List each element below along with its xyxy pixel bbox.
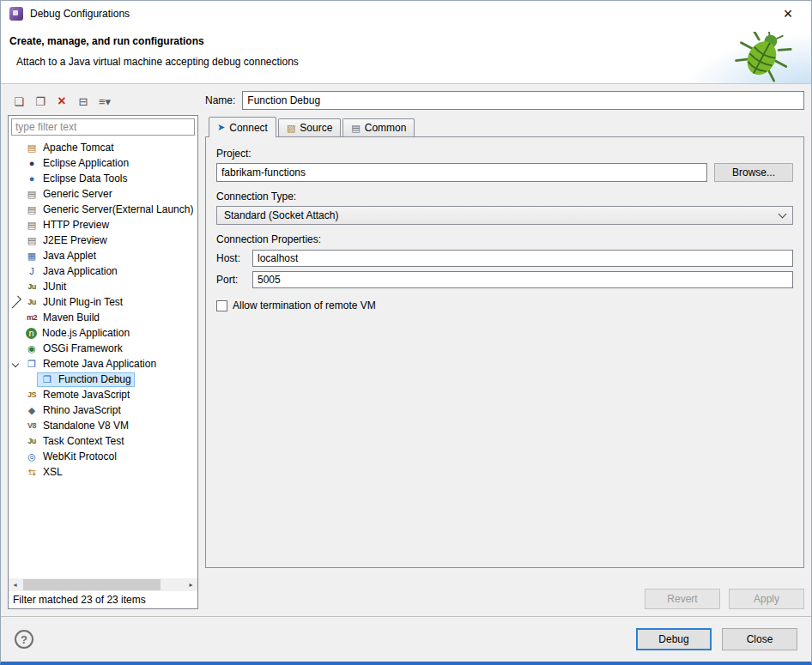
- tab-label: Common: [365, 122, 407, 134]
- tab-common[interactable]: ▤Common: [342, 118, 415, 136]
- tree-item[interactable]: ◆Rhino JavaScript: [9, 402, 197, 418]
- junit-plugin-test-icon: Ju: [25, 295, 39, 309]
- debug-button[interactable]: Debug: [636, 628, 712, 650]
- tree-item-label: Remote JavaScript: [43, 389, 130, 401]
- rhino-javascript-icon: ◆: [25, 403, 39, 417]
- footer: ? Debug Close: [1, 617, 811, 662]
- tree-item[interactable]: V8Standalone V8 VM: [9, 418, 197, 433]
- connection-type-combo[interactable]: Standard (Socket Attach): [216, 206, 793, 225]
- tree-item[interactable]: ▤HTTP Preview: [9, 217, 197, 233]
- tree-item-label: Maven Build: [43, 311, 100, 323]
- scroll-left-icon[interactable]: ◂: [9, 578, 21, 591]
- tree-item[interactable]: JSRemote JavaScript: [9, 387, 197, 402]
- task-context-test-icon: Ju: [25, 434, 39, 448]
- close-button[interactable]: Close: [722, 628, 797, 650]
- tree-item-label: Java Application: [43, 265, 118, 277]
- browse-button[interactable]: Browse...: [714, 163, 793, 182]
- tree-item[interactable]: nNode.js Application: [9, 325, 197, 341]
- tree-hscrollbar[interactable]: ◂ ▸: [9, 578, 197, 591]
- tabs-bar: ➤Connect▧Source▤Common: [205, 117, 804, 136]
- filter-status: Filter matched 23 of 23 items: [9, 591, 197, 608]
- connection-type-label: Connection Type:: [216, 190, 793, 203]
- tree-item[interactable]: ▤Generic Server(External Launch): [9, 202, 197, 217]
- filter-menu-button[interactable]: ≡▾: [95, 93, 114, 110]
- tab-connect[interactable]: ➤Connect: [209, 117, 276, 137]
- scrollbar-thumb[interactable]: [23, 579, 161, 590]
- tree-item-label: JUnit Plug-in Test: [43, 296, 123, 308]
- collapse-all-button[interactable]: ⊟: [74, 93, 93, 110]
- connect-tab-icon: ➤: [217, 122, 225, 133]
- tree-item-label: Standalone V8 VM: [43, 420, 129, 432]
- eclipse-data-tools-icon: ●: [25, 172, 39, 185]
- chevron-expanded-icon[interactable]: [11, 360, 18, 367]
- tree-item[interactable]: ▤Apache Tomcat: [9, 140, 197, 155]
- maven-build-icon: m2: [25, 311, 39, 324]
- sidebar-panel: ▤Apache Tomcat●Eclipse Application●Eclip…: [8, 115, 198, 609]
- port-label: Port:: [216, 274, 245, 286]
- tree-item[interactable]: JJava Application: [9, 263, 197, 279]
- config-editor: Name: ➤Connect▧Source▤Common Project: Br…: [205, 91, 804, 609]
- tab-label: Source: [300, 122, 332, 134]
- tree-item[interactable]: JuJUnit: [9, 279, 197, 294]
- tree-item[interactable]: ▦Java Applet: [9, 248, 197, 263]
- tree-item-label: Rhino JavaScript: [43, 404, 121, 416]
- config-tree: ▤Apache Tomcat●Eclipse Application●Eclip…: [9, 138, 197, 578]
- filter-input[interactable]: [11, 118, 195, 136]
- allow-termination-checkbox[interactable]: [216, 300, 227, 311]
- tree-item[interactable]: ▤J2EE Preview: [9, 233, 197, 248]
- debug-configurations-dialog: Debug Configurations × Create, manage, a…: [0, 0, 812, 665]
- java-application-icon: J: [25, 264, 39, 278]
- tree-item[interactable]: ⇆XSL: [9, 464, 197, 480]
- tree-item-label: OSGi Framework: [43, 342, 123, 354]
- tree-item[interactable]: ◎WebKit Protocol: [9, 449, 197, 464]
- delete-config-button[interactable]: ×: [52, 93, 71, 110]
- tree-item-label: Eclipse Application: [43, 157, 129, 169]
- tree-item[interactable]: ●Eclipse Application: [9, 155, 197, 171]
- scrollbar-track[interactable]: [21, 578, 185, 591]
- source-tab-icon: ▧: [287, 123, 295, 134]
- remote-java-application-icon: ❐: [25, 357, 39, 371]
- apply-button[interactable]: Apply: [729, 589, 804, 609]
- window-title: Debug Configurations: [30, 8, 130, 20]
- connection-properties-label: Connection Properties:: [216, 233, 793, 245]
- sidebar: ❏❐×⊟≡▾ ▤Apache Tomcat●Eclipse Applicatio…: [8, 91, 198, 609]
- new-config-button[interactable]: ❏: [9, 93, 28, 110]
- port-input[interactable]: [252, 271, 793, 288]
- tree-item[interactable]: ●Eclipse Data Tools: [9, 171, 197, 186]
- webkit-protocol-icon: ◎: [25, 450, 39, 463]
- allow-termination-label: Allow termination of remote VM: [233, 299, 376, 311]
- tree-item[interactable]: ❐Remote Java Application: [9, 356, 197, 372]
- tree-item-label: Task Context Test: [43, 435, 124, 447]
- tree-item[interactable]: JuJUnit Plug-in Test: [9, 294, 197, 310]
- duplicate-config-button[interactable]: ❐: [31, 93, 50, 110]
- revert-button[interactable]: Revert: [645, 589, 720, 609]
- help-button[interactable]: ?: [15, 630, 33, 649]
- scroll-right-icon[interactable]: ▸: [185, 578, 197, 591]
- connection-type-value: Standard (Socket Attach): [224, 209, 338, 221]
- generic-server-icon: ▤: [25, 187, 39, 201]
- java-applet-icon: ▦: [25, 249, 39, 263]
- tree-item-label: Java Applet: [43, 250, 96, 262]
- project-label: Project:: [216, 148, 793, 160]
- tree-item[interactable]: m2Maven Build: [9, 310, 197, 325]
- generic-server-external-icon: ▤: [25, 203, 39, 216]
- project-input[interactable]: [216, 163, 707, 182]
- name-input[interactable]: [242, 91, 804, 110]
- tree-item-label: Function Debug: [58, 373, 131, 385]
- tab-source[interactable]: ▧Source: [278, 118, 341, 136]
- close-window-button[interactable]: ×: [773, 2, 803, 26]
- tree-item-label: Remote Java Application: [43, 358, 156, 370]
- apache-tomcat-icon: ▤: [25, 141, 39, 154]
- tree-item[interactable]: ▤Generic Server: [9, 186, 197, 202]
- j2ee-preview-icon: ▤: [25, 233, 39, 247]
- tree-item-label: WebKit Protocol: [43, 450, 117, 462]
- host-input[interactable]: [252, 250, 793, 267]
- tree-item-label: Node.js Application: [42, 327, 130, 339]
- remote-javascript-icon: JS: [25, 388, 39, 402]
- chevron-collapsed-icon[interactable]: [9, 296, 21, 309]
- tree-item[interactable]: ❐Function Debug: [9, 372, 197, 387]
- tree-item[interactable]: ◉OSGi Framework: [9, 341, 197, 356]
- tree-item[interactable]: JuTask Context Test: [9, 433, 197, 449]
- osgi-framework-icon: ◉: [25, 342, 39, 355]
- bug-image: [734, 32, 797, 83]
